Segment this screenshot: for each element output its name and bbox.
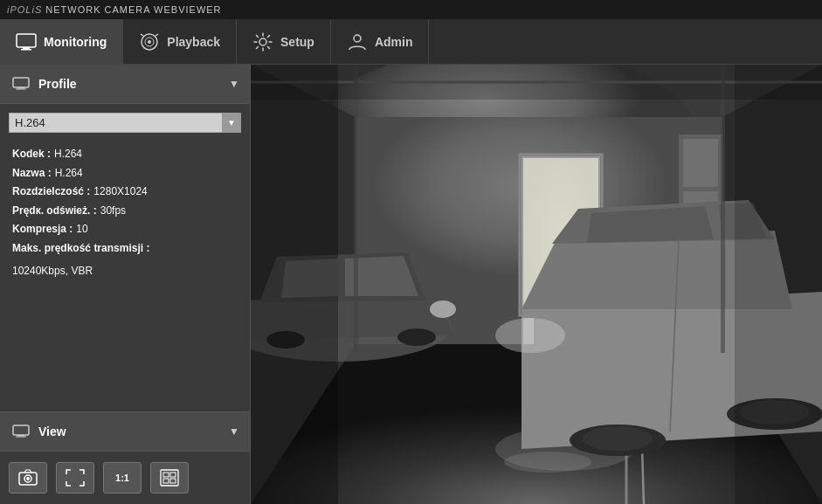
profile-info: Kodek : H.264 Nazwa : H.264 Rozdzielczoś… [0,138,250,287]
parking-scene-image [251,65,822,504]
profile-select[interactable]: H.264 H.265 MJPEG [9,113,241,133]
tab-playback[interactable]: Playback [123,19,237,64]
tab-setup-label: Setup [280,35,314,49]
svg-rect-10 [13,78,29,87]
svg-point-5 [148,40,151,44]
svg-point-59 [583,426,653,451]
svg-point-18 [26,477,30,480]
view-label: View [38,425,222,438]
svg-rect-67 [735,65,822,504]
ratio-label: 1:1 [115,473,129,483]
profile-monitor-icon [10,73,31,94]
profile-arrow-icon: ▼ [229,78,239,90]
tab-playback-label: Playback [167,35,220,49]
svg-rect-22 [163,479,169,483]
svg-rect-2 [21,49,31,51]
resolution-row: Rozdzielczość : 1280X1024 [12,183,238,202]
brand-subtitle: NETWORK CAMERA WEBVIEWER [45,4,221,15]
view-arrow-icon: ▼ [229,425,239,438]
setup-icon [252,31,273,52]
svg-rect-65 [721,65,725,353]
svg-rect-0 [17,34,36,47]
app-header: iPOLiS NETWORK CAMERA WEBVIEWER [0,0,822,19]
svg-rect-23 [170,479,176,483]
snapshot-button[interactable] [9,462,47,494]
svg-rect-66 [251,65,338,504]
svg-rect-36 [683,139,718,187]
svg-point-62 [495,318,565,353]
framerate-value: 30fps [100,202,126,221]
svg-rect-12 [16,89,26,90]
camera-feed [251,65,822,504]
ratio-1-1-button[interactable]: 1:1 [103,462,142,494]
name-value: H.264 [55,164,83,183]
svg-rect-1 [23,47,30,49]
svg-point-9 [354,35,361,42]
name-label: Nazwa : [12,164,52,183]
svg-rect-13 [13,425,29,435]
bitrate-row: Maks. prędkość transmisji : 10240Kbps, V… [12,239,238,280]
compression-row: Kompresja : 10 [12,220,238,239]
compression-label: Kompresja : [12,220,73,239]
brand-ipolis: iPOLiS [7,4,42,15]
fit-screen-button[interactable] [150,462,189,494]
svg-point-49 [397,328,436,346]
svg-rect-21 [170,473,176,477]
svg-line-6 [141,34,143,36]
svg-rect-14 [17,435,24,437]
codec-row: Kodek : H.264 [12,145,238,164]
svg-point-8 [259,38,266,45]
view-buttons-row: 1:1 [0,452,250,504]
svg-point-42 [504,452,591,473]
svg-rect-68 [251,65,822,100]
svg-rect-15 [16,437,26,438]
framerate-label: Prędк. odśwież. : [12,202,97,221]
tab-admin[interactable]: Admin [331,19,430,64]
app-title: iPOLiS NETWORK CAMERA WEBVIEWER [7,4,222,15]
codec-label: Kodek : [12,145,51,164]
svg-line-7 [155,34,158,36]
codec-value: H.264 [54,145,82,164]
svg-rect-11 [17,87,24,89]
svg-point-50 [430,300,456,318]
bitrate-value: 10240Kbps, VBR [12,262,238,281]
tab-monitoring[interactable]: Monitoring [0,19,123,64]
profile-dropdown-wrapper[interactable]: H.264 H.265 MJPEG ▼ [9,113,241,133]
compression-value: 10 [76,220,87,239]
admin-icon [347,31,368,52]
profile-section-header[interactable]: Profile ▼ [0,65,250,104]
fullscreen-button[interactable] [56,462,94,494]
main-content: Profile ▼ H.264 H.265 MJPEG ▼ Kodek : H.… [0,65,822,504]
tab-admin-label: Admin [375,35,413,49]
framerate-row: Prędк. odśwież. : 30fps [12,202,238,221]
view-monitor-icon [10,421,31,442]
monitoring-icon [16,31,37,52]
resolution-label: Rozdzielczość : [12,183,90,202]
tab-setup[interactable]: Setup [237,19,331,64]
sidebar: Profile ▼ H.264 H.265 MJPEG ▼ Kodek : H.… [0,65,251,504]
svg-rect-20 [163,473,169,477]
tab-monitoring-label: Monitoring [44,35,107,49]
profile-label: Profile [38,77,222,91]
view-section: View ▼ [0,411,250,504]
bitrate-label: Maks. prędkość transmisji : [12,239,238,259]
resolution-value: 1280X1024 [93,183,147,202]
playback-icon [139,31,160,52]
name-row: Nazwa : H.264 [12,164,238,183]
navigation-bar: Monitoring Playback Setup [0,19,822,65]
view-section-header[interactable]: View ▼ [0,412,250,452]
svg-rect-64 [354,65,358,353]
